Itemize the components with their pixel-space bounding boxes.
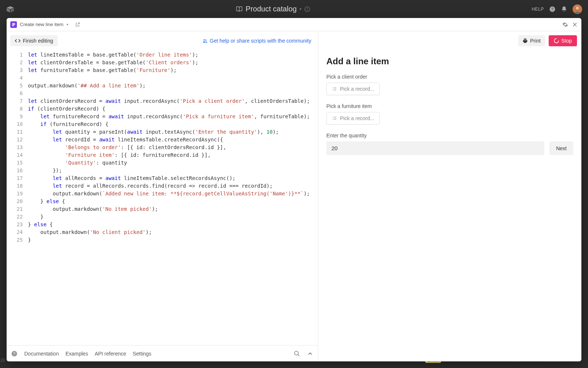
svg-point-11 [205, 39, 207, 40]
script-title[interactable]: Create new line item [20, 22, 64, 27]
svg-text:?: ? [13, 351, 15, 356]
app-logo-icon [6, 5, 15, 14]
finish-editing-button[interactable]: Finish editing [10, 35, 58, 46]
script-title-dropdown-icon[interactable]: ▾ [67, 22, 68, 26]
furniture-item-picker[interactable]: Pick a record... [326, 112, 380, 125]
svg-point-6 [576, 7, 579, 10]
print-icon [523, 38, 528, 43]
client-picker-placeholder: Pick a record... [340, 86, 374, 92]
book-icon [236, 6, 243, 12]
community-help-link[interactable]: Get help or share scripts with the commu… [202, 38, 311, 44]
gear-icon[interactable] [562, 22, 568, 28]
svg-text:?: ? [551, 7, 553, 11]
code-editor[interactable]: 1234567891011121314151617181920212223242… [7, 50, 318, 345]
list-icon [332, 86, 337, 91]
quantity-label: Enter the quantity [326, 133, 573, 138]
furniture-item-field: Pick a furniture item Pick a record... [326, 103, 573, 125]
footer-examples-link[interactable]: Examples [65, 351, 88, 357]
code-content[interactable]: let lineItemsTable = base.getTable('Orde… [28, 50, 318, 345]
modal-header: Create new line item ▾ [7, 18, 581, 31]
people-icon [202, 38, 208, 43]
client-order-field: Pick a client order Pick a record... [326, 74, 573, 95]
editor-pane: Finish editing Get help or share scripts… [7, 31, 318, 361]
info-icon[interactable] [304, 6, 310, 12]
furniture-item-label: Pick a furniture item [326, 103, 573, 109]
script-block-icon [10, 21, 17, 28]
print-label: Print [530, 38, 541, 44]
base-title-dropdown-icon[interactable]: ▾ [300, 7, 301, 11]
popout-icon[interactable] [75, 22, 80, 27]
next-button[interactable]: Next [549, 141, 573, 155]
script-modal: Create new line item ▾ Finish ed [7, 18, 581, 361]
stop-button[interactable]: Stop [549, 35, 577, 46]
help-icon[interactable]: ? [549, 6, 556, 12]
footer-help-icon[interactable]: ? [11, 350, 18, 357]
list-icon [332, 116, 337, 121]
svg-rect-8 [12, 24, 15, 25]
output-content: Add a line item Pick a client order Pick… [318, 50, 581, 361]
output-pane: Print Stop Add a line item Pick a client… [318, 31, 581, 361]
help-label[interactable]: HELP [532, 7, 544, 12]
base-title[interactable]: Product catalog [245, 5, 297, 13]
footer-api-reference-link[interactable]: API reference [95, 351, 126, 357]
editor-footer: ? Documentation Examples API reference S… [7, 345, 318, 361]
chevron-up-icon[interactable] [307, 350, 313, 357]
svg-rect-9 [12, 25, 14, 26]
svg-point-14 [294, 351, 298, 355]
app-topbar: Product catalog ▾ HELP ? [0, 0, 588, 18]
stop-label: Stop [561, 38, 572, 44]
output-heading: Add a line item [326, 56, 573, 66]
footer-settings-link[interactable]: Settings [133, 351, 151, 357]
line-number-gutter: 1234567891011121314151617181920212223242… [7, 50, 28, 345]
bell-icon[interactable] [561, 6, 567, 12]
stop-spinner-icon [554, 38, 559, 43]
code-icon [15, 38, 21, 44]
community-link-label: Get help or share scripts with the commu… [210, 38, 311, 44]
svg-point-1 [307, 8, 308, 8]
close-icon[interactable] [572, 22, 578, 28]
svg-rect-2 [307, 9, 308, 10]
client-order-label: Pick a client order [326, 74, 573, 80]
avatar[interactable] [573, 4, 582, 14]
quantity-input[interactable] [326, 141, 544, 155]
svg-point-10 [204, 39, 205, 40]
furniture-picker-placeholder: Pick a record... [340, 115, 374, 121]
print-button[interactable]: Print [518, 35, 545, 46]
bg-row-number: 20 [0, 358, 5, 363]
output-toolbar: Print Stop [318, 31, 581, 50]
client-order-picker[interactable]: Pick a record... [326, 83, 380, 95]
quantity-field: Enter the quantity Next [326, 133, 573, 155]
svg-rect-7 [12, 23, 15, 24]
editor-toolbar: Finish editing Get help or share scripts… [7, 31, 318, 50]
search-icon[interactable] [294, 350, 300, 357]
finish-editing-label: Finish editing [23, 38, 53, 44]
footer-documentation-link[interactable]: Documentation [24, 351, 59, 357]
